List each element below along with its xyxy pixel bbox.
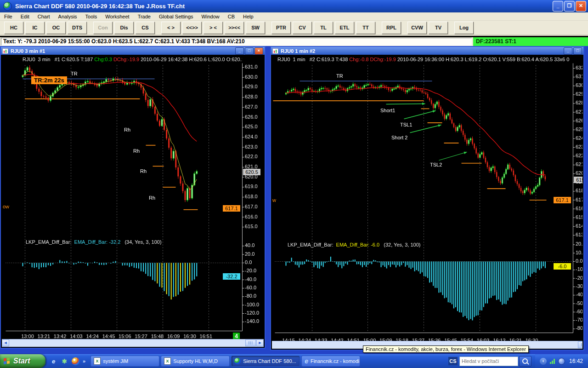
menu-analysis[interactable]: Analysis [54, 12, 81, 21]
tray-collapse-chevron-icon[interactable]: ‹ [540, 358, 547, 365]
task-buttons: Xsystém JiMXSupporty HL W,M,DSierra Char… [90, 356, 360, 367]
annotation-rh: Rh [124, 127, 130, 132]
chrome-icon[interactable] [72, 357, 79, 365]
scroll-thumb[interactable] [245, 339, 256, 346]
toolbar-button-item[interactable]: <<>> [182, 22, 202, 34]
chart-icon [272, 48, 278, 54]
search-input[interactable] [459, 356, 518, 366]
minimize-button[interactable]: _ [553, 1, 563, 12]
menu-file[interactable]: File [0, 12, 17, 21]
min-button[interactable]: _ [235, 47, 244, 55]
taskbar-button-syst-m-jim[interactable]: Xsystém JiM [90, 356, 159, 367]
indicator-tick-label: 40.0 [245, 242, 254, 248]
header-segment: 2010-06-29 16:42:38 H:620.6 L:620.0 O:62… [141, 57, 242, 62]
toolbar-button-hc[interactable]: HC [4, 22, 23, 34]
time-tick-label: 16:09 [166, 334, 181, 339]
max-button[interactable]: □ [573, 47, 582, 55]
toolbar-button-tt[interactable]: TT [356, 22, 375, 34]
menu-cb[interactable]: CB [224, 12, 239, 21]
close-button[interactable]: × [254, 47, 263, 55]
price-tick-label: 626.0 [576, 118, 582, 123]
toolbar-button-dts[interactable]: DTS [68, 22, 87, 34]
price-tick-label: 623.0 [245, 144, 258, 150]
time-tick-label: 14:45 [101, 334, 117, 339]
chart-window-2: RJU0 1 min #2_□RJU0 1 min #2 C:619.3 T:4… [270, 46, 584, 351]
annotation-ow: ow [3, 204, 9, 209]
trade-annotation-tsl2: TSL2 [430, 162, 442, 167]
toolbar-button-tl[interactable]: TL [314, 22, 333, 34]
trade-annotation-short1: Short1 [380, 108, 395, 113]
menu-help[interactable]: Help [239, 12, 258, 21]
task-button-label: systém JiM [103, 358, 128, 364]
menu-chart[interactable]: Chart [34, 12, 54, 21]
toolbar-button-cvw[interactable]: CVW [407, 22, 427, 34]
toolbar-button-item[interactable]: < > [161, 22, 181, 34]
tray-app-icon[interactable] [558, 358, 565, 365]
taskbar-button-supporty-hl-w-m-d[interactable]: XSupporty HL W,M,D [161, 356, 230, 367]
toolbar-button-cv[interactable]: CV [293, 22, 312, 34]
taskbar-button-financnik-cz-komodi[interactable]: eFinancnik.cz - komodi... [301, 356, 360, 367]
chart-canvas[interactable] [272, 56, 582, 345]
menu-trade[interactable]: Trade [134, 12, 155, 21]
toolbar-button-tv[interactable]: TV [429, 22, 448, 34]
clock: 16:42 [568, 358, 584, 364]
menu-window[interactable]: Window [198, 12, 224, 21]
toolbar-button-sw[interactable]: SW [246, 22, 265, 34]
price-tick-label: 629.0 [245, 84, 258, 89]
toolbar-button-ic[interactable]: IC [25, 22, 45, 34]
time-tick-label: 16:51 [198, 334, 214, 339]
time-tick-label: 15:48 [149, 334, 165, 339]
app-titlebar[interactable]: Sierra Chart DDF 580 2010-06-29 16:42:38… [0, 0, 588, 12]
toolbar-button-rpl[interactable]: RPL [382, 22, 401, 34]
signal-icon[interactable] [550, 358, 555, 364]
close-button[interactable]: ✕ [576, 1, 586, 12]
toolbar-button-item[interactable]: > < [204, 22, 223, 34]
scroll-right-arrow[interactable]: ► [256, 339, 264, 346]
chart-window-titlebar[interactable]: RJU0 3 min #1_□× [1, 47, 265, 55]
toolbar-button-oc[interactable]: OC [46, 22, 66, 34]
indicator-tick-label: -20.0 [245, 268, 256, 273]
indicator-tick-label: -50.0 [576, 300, 582, 306]
taskbar-button-sierra-chart-ddf-580[interactable]: Sierra Chart DDF 580... [231, 356, 300, 367]
toolbar-button-dis[interactable]: Dis [114, 22, 134, 34]
scroll-left-arrow[interactable]: ◄ [2, 339, 9, 346]
menu-edit[interactable]: Edit [17, 12, 34, 21]
last-price-label: 619.3 [574, 177, 582, 183]
start-label: Start [13, 357, 30, 365]
app-globe-icon [3, 2, 12, 11]
flower-icon[interactable]: ✱ [61, 357, 68, 365]
toolbar-button-cs[interactable]: CS [136, 22, 155, 34]
toolbar-group: < ><<>>> <>><<SW [161, 22, 265, 34]
search-button[interactable] [519, 356, 531, 367]
menu-bar: FileEditChartAnalysisToolsWorksheetTrade… [0, 12, 588, 21]
indicator-tick-label: -80.0 [576, 325, 582, 331]
ie-quicklaunch-icon[interactable]: e [50, 357, 57, 365]
menu-global-settings[interactable]: Global Settings [155, 12, 198, 21]
menu-worksheet[interactable]: Worksheet [101, 12, 133, 21]
chart-canvas[interactable] [2, 56, 264, 343]
language-indicator[interactable]: CS [448, 357, 458, 365]
horizontal-scrollbar[interactable]: ◄► [2, 339, 264, 347]
maximize-button[interactable]: ❐ [564, 1, 575, 12]
toolbar-button-etl[interactable]: ETL [335, 22, 354, 34]
toolbar-button-item[interactable]: >><< [225, 22, 244, 34]
menu-tools[interactable]: Tools [81, 12, 102, 21]
taskbar-tooltip: Financnik.cz - komodity, akcie, burza, f… [363, 345, 529, 353]
price-tick-label: 628.0 [576, 100, 582, 105]
task-button-label: Sierra Chart DDF 580... [243, 358, 296, 364]
toolbar-button-log[interactable]: Log [454, 22, 474, 34]
chart-window-titlebar[interactable]: RJU0 1 min #2_□ [271, 47, 583, 55]
toolbar-button-ptr[interactable]: PTR [271, 22, 291, 34]
price-tick-label: 627.0 [245, 104, 258, 109]
chevron-double-icon[interactable]: » [83, 358, 85, 364]
max-button[interactable]: □ [245, 47, 254, 55]
min-button[interactable]: _ [564, 47, 572, 55]
task-button-label: Financnik.cz - komodi... [311, 358, 360, 364]
toolbar-group: Log [454, 22, 474, 34]
price-tick-label: 625.0 [245, 124, 258, 129]
price-tick-label: 625.0 [576, 126, 582, 132]
scroll-thumb[interactable] [578, 341, 582, 348]
price-tick-label: 614.0 [576, 223, 582, 229]
start-button[interactable]: Start [0, 354, 45, 368]
indicator-tick-label: -70.0 [576, 317, 582, 322]
